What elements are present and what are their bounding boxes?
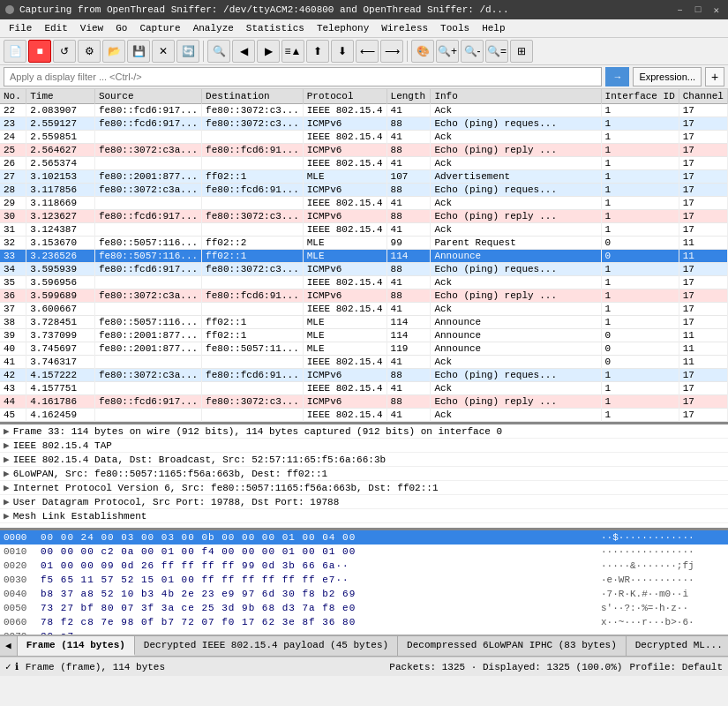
tab-left-arrow[interactable]: ◀: [0, 636, 18, 656]
table-row[interactable]: 333.236526fe80::5057:116...ff02::1MLE114…: [0, 250, 728, 263]
toolbar-open-btn[interactable]: 📂: [102, 40, 125, 63]
table-row[interactable]: 424.157222fe80::3072:c3a...fe80::fcd6:91…: [0, 369, 728, 382]
table-row[interactable]: 293.118669IEEE 802.15.441Ack117: [0, 197, 728, 210]
maximize-btn[interactable]: □: [692, 4, 705, 15]
menu-item-statistics[interactable]: Statistics: [241, 21, 310, 35]
hex-row[interactable]: 000000 00 24 00 03 00 03 00 0b 00 00 00 …: [0, 530, 728, 545]
bottom-tab-0[interactable]: Frame (114 bytes): [18, 636, 135, 656]
detail-row[interactable]: ▶IEEE 802.15.4 TAP: [0, 439, 728, 453]
toolbar-back-btn[interactable]: ◀: [232, 40, 255, 63]
toolbar-first-btn[interactable]: ⬆: [306, 40, 329, 63]
toolbar-options-btn[interactable]: ⚙: [78, 40, 101, 63]
menu-item-go[interactable]: Go: [110, 21, 132, 35]
toolbar-last-btn[interactable]: ⬇: [331, 40, 354, 63]
table-row[interactable]: 283.117856fe80::3072:c3a...fe80::fcd6:91…: [0, 184, 728, 197]
cell-chan: 17: [679, 184, 727, 197]
expand-icon[interactable]: ▶: [4, 510, 10, 522]
expand-icon[interactable]: ▶: [4, 454, 10, 465]
cell-no: 29: [0, 197, 26, 210]
table-row[interactable]: 363.599689fe80::3072:c3a...fe80::fcd6:91…: [0, 289, 728, 303]
toolbar-restart-btn[interactable]: ↺: [53, 40, 76, 63]
table-row[interactable]: 444.161786fe80::fcd6:917...fe80::3072:c3…: [0, 395, 728, 409]
menu-item-analyze[interactable]: Analyze: [188, 21, 239, 35]
menu-item-edit[interactable]: Edit: [39, 21, 72, 35]
bottom-tab-3[interactable]: Decrypted ML...: [627, 636, 728, 656]
table-row[interactable]: 303.123627fe80::fcd6:917...fe80::3072:c3…: [0, 210, 728, 223]
hex-row[interactable]: 0030f5 65 11 57 52 15 01 00 ff ff ff ff …: [0, 573, 728, 587]
menu-item-wireless[interactable]: Wireless: [376, 21, 433, 35]
detail-row[interactable]: ▶Mesh Link Establishment: [0, 509, 728, 523]
cell-len: 88: [387, 263, 431, 276]
expand-icon[interactable]: ▶: [4, 468, 10, 479]
toolbar-fwd-btn[interactable]: ▶: [257, 40, 280, 63]
table-row[interactable]: 454.162459IEEE 802.15.441Ack117: [0, 409, 728, 422]
toolbar-close-btn[interactable]: ✕: [152, 40, 175, 63]
table-row[interactable]: 353.596956IEEE 802.15.441Ack117: [0, 276, 728, 289]
bottom-tabs: ◀ Frame (114 bytes)Decrypted IEEE 802.15…: [0, 636, 728, 657]
toolbar-save-btn[interactable]: 💾: [127, 40, 150, 63]
toolbar-goto-btn[interactable]: ≡▲: [281, 40, 304, 63]
cell-iface: 1: [601, 382, 679, 395]
bottom-tab-1[interactable]: Decrypted IEEE 802.15.4 payload (45 byte…: [135, 636, 398, 656]
table-row[interactable]: 232.559127fe80::fcd6:917...fe80::3072:c3…: [0, 117, 728, 131]
table-row[interactable]: 383.728451fe80::5057:116...ff02::1MLE114…: [0, 316, 728, 329]
expand-icon[interactable]: ▶: [4, 496, 10, 507]
expand-icon[interactable]: ▶: [4, 439, 10, 451]
toolbar-coloring-btn[interactable]: 🎨: [411, 40, 434, 63]
toolbar-zoom-in-btn[interactable]: 🔍+: [436, 40, 459, 63]
cell-chan: 17: [679, 303, 727, 316]
filter-apply-btn[interactable]: →: [605, 67, 629, 86]
cell-no: 41: [0, 356, 26, 369]
toolbar-zoom-reset-btn[interactable]: 🔍=: [485, 40, 508, 63]
filter-add-btn[interactable]: +: [705, 67, 724, 86]
table-row[interactable]: 393.737099fe80::2001:877...ff02::1MLE114…: [0, 329, 728, 342]
hex-row[interactable]: 006078 f2 c8 7e 98 0f b7 72 07 f0 17 62 …: [0, 615, 728, 629]
expand-icon[interactable]: ▶: [4, 425, 10, 437]
menu-item-tools[interactable]: Tools: [435, 21, 475, 35]
table-row[interactable]: 343.595939fe80::fcd6:917...fe80::3072:c3…: [0, 263, 728, 276]
toolbar-resize-btn[interactable]: ⊞: [510, 40, 533, 63]
table-row[interactable]: 242.559851IEEE 802.15.441Ack117: [0, 131, 728, 144]
minimize-btn[interactable]: –: [673, 4, 687, 15]
table-row[interactable]: 403.745697fe80::2001:877...fe80::5057:11…: [0, 342, 728, 356]
hex-row[interactable]: 0040b8 37 a8 52 10 b3 4b 2e 23 e9 97 6d …: [0, 587, 728, 601]
menu-item-view[interactable]: View: [75, 21, 109, 35]
detail-row[interactable]: ▶6LoWPAN, Src: fe80::5057:1165:f56a:663b…: [0, 467, 728, 481]
title-text: Capturing from OpenThread Sniffer: /dev/…: [19, 4, 668, 15]
table-row[interactable]: 373.600667IEEE 802.15.441Ack117: [0, 303, 728, 316]
toolbar-find-btn[interactable]: 🔍: [207, 40, 230, 63]
detail-row[interactable]: ▶Frame 33: 114 bytes on wire (912 bits),…: [0, 424, 728, 439]
menu-item-file[interactable]: File: [4, 21, 37, 35]
hex-row[interactable]: 002001 00 00 09 0d 26 ff ff ff ff 99 0d …: [0, 559, 728, 573]
toolbar-history2-btn[interactable]: ⟶: [380, 40, 403, 63]
cell-chan: 17: [679, 210, 727, 223]
toolbar-zoom-out-btn[interactable]: 🔍-: [461, 40, 484, 63]
close-btn[interactable]: ✕: [709, 4, 723, 16]
detail-row[interactable]: ▶IEEE 802.15.4 Data, Dst: Broadcast, Src…: [0, 453, 728, 467]
menu-item-telephony[interactable]: Telephony: [311, 21, 374, 35]
table-row[interactable]: 273.102153fe80::2001:877...ff02::1MLE107…: [0, 170, 728, 184]
expand-icon[interactable]: ▶: [4, 482, 10, 493]
table-row[interactable]: 313.124387IEEE 802.15.441Ack117: [0, 223, 728, 237]
table-row[interactable]: 434.157751IEEE 802.15.441Ack117: [0, 382, 728, 395]
detail-row[interactable]: ▶Internet Protocol Version 6, Src: fe80:…: [0, 481, 728, 495]
bottom-tab-2[interactable]: Decompressed 6LoWPAN IPHC (83 bytes): [398, 636, 627, 656]
table-row[interactable]: 413.746317IEEE 802.15.441Ack011: [0, 356, 728, 369]
table-row[interactable]: 222.083907fe80::fcd6:917...fe80::3072:c3…: [0, 104, 728, 117]
toolbar-reload-btn[interactable]: 🔄: [176, 40, 199, 63]
detail-row[interactable]: ▶User Datagram Protocol, Src Port: 19788…: [0, 495, 728, 509]
hex-row[interactable]: 005073 27 bf 80 07 3f 3a ce 25 3d 9b 68 …: [0, 601, 728, 615]
toolbar-stop-btn[interactable]: ■: [28, 40, 51, 63]
hex-row[interactable]: 001000 00 00 c2 0a 00 01 00 f4 00 00 00 …: [0, 545, 728, 559]
menu-item-capture[interactable]: Capture: [134, 21, 185, 35]
table-row[interactable]: 323.153670fe80::5057:116...ff02::2MLE99P…: [0, 237, 728, 250]
packet-list[interactable]: No. Time Source Destination Protocol Len…: [0, 89, 728, 424]
hex-row[interactable]: 007020 a7 ·: [0, 629, 728, 636]
toolbar-history-btn[interactable]: ⟵: [356, 40, 379, 63]
toolbar-new-btn[interactable]: 📄: [4, 40, 26, 63]
table-row[interactable]: 252.564627fe80::3072:c3a...fe80::fcd6:91…: [0, 144, 728, 157]
menu-item-help[interactable]: Help: [477, 21, 510, 35]
table-row[interactable]: 262.565374IEEE 802.15.441Ack117: [0, 157, 728, 170]
filter-expression-btn[interactable]: Expression...: [633, 67, 702, 86]
filter-input[interactable]: [4, 67, 602, 86]
